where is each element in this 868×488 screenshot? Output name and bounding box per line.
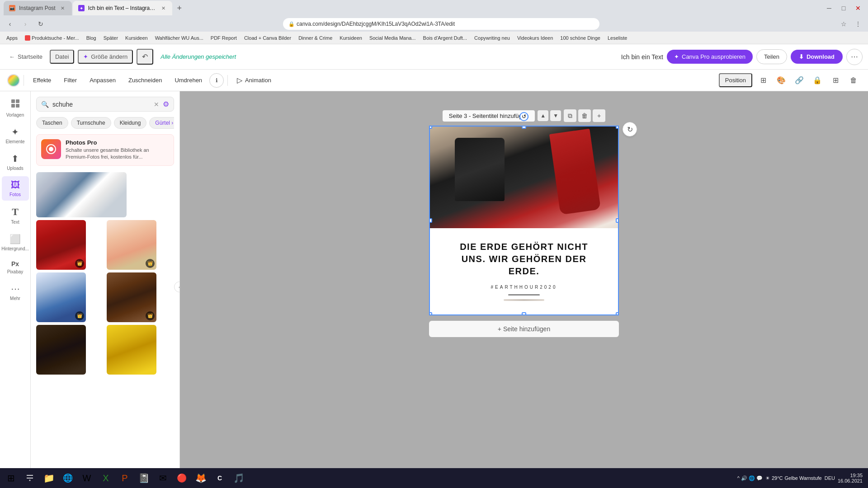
sidebar-item-elemente[interactable]: ✦ Elemente <box>2 123 29 148</box>
taskbar-onenote[interactable]: 📓 <box>135 469 153 487</box>
bookmark-pdf[interactable]: PDF Report <box>208 33 240 43</box>
page-nav-up[interactable]: ▲ <box>538 110 548 121</box>
close-button[interactable]: ✕ <box>852 2 864 14</box>
share-button[interactable]: Teilen <box>756 49 787 64</box>
taskbar-powerpoint[interactable]: P <box>116 469 134 487</box>
tab-instagram[interactable]: 📷 Instagram Post ✕ <box>4 1 72 15</box>
bookmark-kursideen[interactable]: Kursideen <box>123 33 151 43</box>
handle-right-middle[interactable] <box>616 218 619 223</box>
undo-button[interactable]: ↶ <box>137 49 153 65</box>
handle-top-right[interactable] <box>616 126 619 129</box>
delete-page-button[interactable]: 🗑 <box>578 109 591 122</box>
bookmark-copywriting[interactable]: Copywriting neu <box>472 33 513 43</box>
photo-item-yellow-heels[interactable] <box>107 325 156 375</box>
more-options-button[interactable]: ⋯ <box>846 49 863 65</box>
color-eyedrop-button[interactable]: 🎨 <box>774 73 788 88</box>
taskbar-spotify[interactable]: 🎵 <box>230 469 248 487</box>
copy-page-button[interactable]: ⧉ <box>564 109 576 122</box>
photo-item-red-sneakers[interactable]: 👑 <box>36 220 86 270</box>
filter-icon[interactable]: ⚙ <box>163 100 169 108</box>
lock-button[interactable]: 🔒 <box>810 73 825 88</box>
download-button[interactable]: ⬇ Download <box>791 50 843 64</box>
bookmark-100schöne[interactable]: 100 schöne Dinge <box>557 33 603 43</box>
tab-close-canva[interactable]: ✕ <box>160 5 167 12</box>
grid-icon-button[interactable]: ⊞ <box>756 73 770 88</box>
taskbar-word[interactable]: W <box>78 469 96 487</box>
file-menu[interactable]: Datei <box>50 50 74 64</box>
bookmark-star[interactable]: ☆ <box>837 18 850 30</box>
pill-kleidung[interactable]: Kleidung <box>114 117 147 129</box>
sidebar-item-mehr[interactable]: ⋯ Mehr <box>2 280 29 305</box>
restore-button[interactable]: □ <box>837 2 850 14</box>
bookmark-kursideen2[interactable]: Kursideen <box>337 33 365 43</box>
pill-turnschuhe[interactable]: Turnschuhe <box>71 117 111 129</box>
taskbar-canva[interactable]: C <box>211 469 229 487</box>
adjust-button[interactable]: Anpassen <box>84 74 121 86</box>
browser-menu[interactable]: ⋮ <box>852 18 864 30</box>
bookmark-bois[interactable]: Bois d'Argent Duft... <box>420 33 470 43</box>
search-clear-button[interactable]: ✕ <box>154 101 159 108</box>
url-bar[interactable]: 🔒 canva.com/design/DAEhbzjcggM/KIh15LaV3… <box>283 18 599 30</box>
design-canvas[interactable]: DIE ERDE GEHÖRT NICHT UNS. WIR GEHÖREN D… <box>429 126 619 315</box>
trash-button[interactable]: 🗑 <box>846 73 861 88</box>
canva-pro-button[interactable]: ✦ Canva Pro ausprobieren <box>667 50 753 64</box>
pill-gürtel[interactable]: Gürtel › <box>149 117 174 129</box>
bookmark-blog[interactable]: Blog <box>84 33 99 43</box>
bookmark-videokurs[interactable]: Videokurs Ideen <box>514 33 556 43</box>
page-nav-down[interactable]: ▼ <box>550 110 561 121</box>
position-button[interactable]: Position <box>719 73 752 87</box>
crop-button[interactable]: Zuschneiden <box>123 74 167 86</box>
photo-item-blue-sneakers[interactable]: 👑 <box>36 272 86 322</box>
photo-item-pink-heels[interactable]: 👑 <box>107 220 156 270</box>
taskbar-file-explorer[interactable]: 📁 <box>40 469 58 487</box>
effects-button[interactable]: Effekte <box>28 74 57 86</box>
color-picker[interactable] <box>7 74 20 87</box>
taskbar-excel[interactable]: X <box>97 469 115 487</box>
taskbar-mail[interactable]: ✉ <box>154 469 172 487</box>
handle-left-middle[interactable] <box>429 218 432 223</box>
duplicate-button[interactable]: ⊞ <box>828 73 843 88</box>
tab-close-instagram[interactable]: ✕ <box>59 5 66 12</box>
new-tab-button[interactable]: + <box>173 2 186 14</box>
bookmark-wahlfächer[interactable]: Wahlfächer WU Aus... <box>152 33 206 43</box>
reload-button[interactable]: ↻ <box>34 18 47 30</box>
minimize-button[interactable]: ─ <box>823 2 835 14</box>
collapse-panel-button[interactable]: ‹ <box>174 282 180 292</box>
refresh-image-button[interactable]: ↻ <box>623 122 637 136</box>
taskbar-search[interactable] <box>21 469 39 487</box>
add-page-button[interactable]: + Seite hinzufügen <box>429 321 619 337</box>
bookmark-produktsuche[interactable]: Produktsuche - Mer... <box>22 33 82 43</box>
handle-bottom-right[interactable] <box>616 312 619 315</box>
text-overlay-box[interactable]: DIE ERDE GEHÖRT NICHT UNS. WIR GEHÖREN D… <box>443 228 604 311</box>
tab-canva[interactable]: ✦ Ich bin ein Text – Instagram-Bei... ✕ <box>73 1 172 15</box>
bookmark-leseliste[interactable]: Leseliste <box>605 33 630 43</box>
photo-item-sneakers-wide[interactable] <box>36 172 127 217</box>
sidebar-item-fotos[interactable]: 🖼 Fotos <box>2 176 29 201</box>
bookmark-cload[interactable]: Cload + Canva Bilder <box>241 33 294 43</box>
back-button[interactable]: ‹ <box>4 18 16 30</box>
bookmark-später[interactable]: Später <box>101 33 121 43</box>
handle-top-middle[interactable] <box>522 126 526 129</box>
flip-button[interactable]: Umdrehen <box>169 74 208 86</box>
bookmark-apps[interactable]: Apps <box>4 33 20 43</box>
sidebar-item-text[interactable]: T Text <box>2 202 29 228</box>
add-slide-button[interactable]: + <box>593 109 605 122</box>
taskbar-edge[interactable]: 🌐 <box>59 469 77 487</box>
sidebar-item-pixabay[interactable]: Px Pixabay <box>2 257 29 278</box>
photo-item-brown-shoes[interactable]: 👑 <box>107 272 156 322</box>
handle-bottom-left[interactable] <box>429 312 432 315</box>
start-button[interactable]: ⊞ <box>2 469 20 487</box>
forward-button[interactable]: › <box>19 18 32 30</box>
taskbar-firefox[interactable]: 🦊 <box>192 469 210 487</box>
info-button[interactable]: ℹ <box>209 73 224 88</box>
sidebar-item-uploads[interactable]: ⬆ Uploads <box>2 150 29 174</box>
filter-button[interactable]: Filter <box>58 74 82 86</box>
link-button[interactable]: 🔗 <box>792 73 807 88</box>
sidebar-item-vorlagen[interactable]: Vorlagen <box>2 95 29 121</box>
home-button[interactable]: ← Startseite <box>5 51 46 63</box>
animation-button[interactable]: ▷ Animation <box>231 73 277 87</box>
taskbar-chrome[interactable]: 🔴 <box>173 469 191 487</box>
photo-item-boots[interactable] <box>36 325 86 375</box>
bookmark-dinner[interactable]: Dinner & Crime <box>296 33 335 43</box>
handle-top-left[interactable] <box>429 126 432 129</box>
